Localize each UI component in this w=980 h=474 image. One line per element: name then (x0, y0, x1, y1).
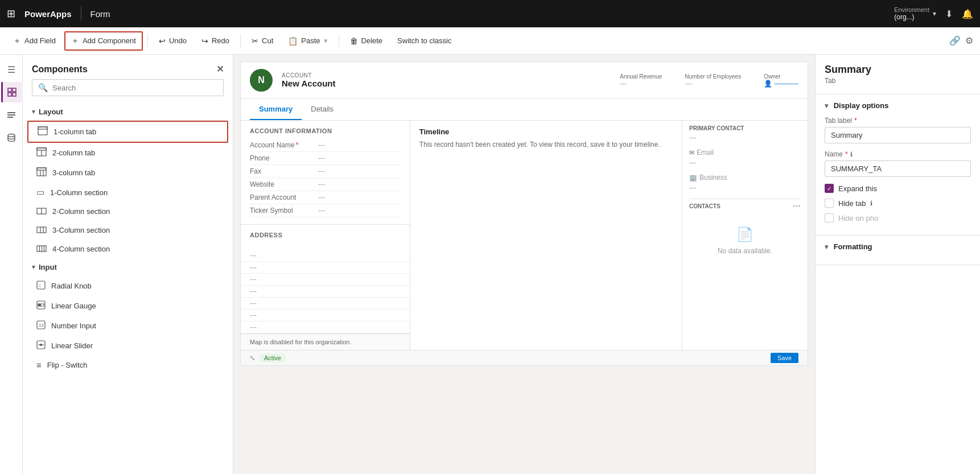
input-chevron-icon: ▾ (32, 263, 35, 271)
linear-gauge-item[interactable]: Linear Gauge (27, 296, 228, 316)
parent-account-field-row: Parent Account --- (250, 191, 401, 204)
ticker-value: --- (318, 207, 401, 215)
two-col-section-icon (36, 207, 47, 216)
delete-button[interactable]: 🗑 Delete (344, 32, 389, 50)
two-column-tab-item[interactable]: 2-column tab (27, 143, 228, 163)
linear-slider-icon (36, 340, 46, 351)
expand-checkbox-row: ✓ Expand this (825, 184, 971, 193)
account-name-field-row: Account Name* --- (250, 139, 401, 152)
display-options-header[interactable]: ▾ Display options (825, 101, 971, 110)
radial-knob-item[interactable]: ⎍ Radial Knob (27, 276, 228, 296)
three-col-section-icon (36, 225, 47, 235)
tab-summary[interactable]: Summary (250, 99, 302, 120)
redo-button[interactable]: ↪ Redo (195, 32, 236, 50)
account-info-section: ACCOUNT INFORMATION Account Name* --- Ph… (241, 121, 410, 224)
name-input[interactable] (825, 160, 971, 177)
timeline-section: Timeline This record hasn't been created… (410, 121, 682, 350)
business-value-text: --- (689, 184, 696, 192)
one-column-section-item[interactable]: ▭ 1-Column section (27, 183, 228, 202)
cut-button[interactable]: ✂ Cut (245, 32, 279, 50)
menu-icon-btn[interactable]: ☰ (1, 59, 22, 80)
one-col-section-icon: ▭ (36, 187, 44, 197)
three-column-section-item[interactable]: 3-Column section (27, 221, 228, 240)
svg-rect-19 (37, 227, 46, 233)
component-icon-btn[interactable] (1, 82, 22, 102)
hide-phone-checkbox[interactable] (825, 213, 834, 222)
one-col-tab-icon (38, 126, 48, 137)
svg-rect-14 (37, 168, 46, 170)
search-input[interactable] (52, 84, 217, 92)
search-icon: 🔍 (38, 83, 48, 92)
save-button[interactable]: Save (771, 353, 798, 363)
fax-label: Fax (250, 167, 318, 175)
info-icon[interactable]: ℹ (850, 151, 853, 158)
tab-details[interactable]: Details (302, 99, 343, 120)
waffle-icon[interactable]: ⊞ (7, 7, 15, 20)
data-icon-btn[interactable] (1, 127, 22, 148)
ticker-label: Ticker Symbol (250, 207, 318, 215)
add-field-button[interactable]: ＋ Add Field (7, 32, 62, 50)
tab-label-input[interactable] (825, 127, 971, 143)
paste-button[interactable]: 📋 Paste ▾ (282, 32, 333, 50)
four-column-section-item[interactable]: 4-Column section (27, 240, 228, 258)
left-icon-bar: ☰ (0, 55, 23, 474)
formatting-section: ▾ Formatting (816, 236, 980, 265)
hide-phone-label: Hide on pho (838, 214, 878, 222)
cut-icon: ✂ (252, 36, 258, 46)
fields-icon-btn[interactable] (1, 105, 22, 125)
four-column-section-label: 4-Column section (52, 245, 110, 253)
svg-rect-3 (13, 93, 16, 96)
paste-dropdown-icon[interactable]: ▾ (324, 36, 328, 45)
share-icon[interactable]: 🔗 (949, 35, 961, 46)
form-header: N ACCOUNT New Account Annual Revenue ---… (241, 62, 808, 99)
account-name-field-value: --- (318, 141, 401, 149)
contacts-title: CONTACTS (689, 203, 720, 209)
layout-section-header[interactable]: ▾ Layout (27, 103, 228, 121)
no-data-area: 📄 No data available. (689, 213, 801, 269)
hide-tab-info-icon[interactable]: ℹ (870, 200, 872, 207)
address-row-3: --- (241, 274, 410, 286)
layout-section-label: Layout (39, 108, 63, 116)
phone-label: Phone (250, 154, 318, 162)
radial-knob-label: Radial Knob (51, 282, 92, 290)
close-icon[interactable]: ✕ (216, 64, 224, 75)
notification-icon[interactable]: 🔔 (962, 9, 973, 19)
undo-label: Undo (169, 36, 187, 45)
four-col-section-icon (36, 244, 47, 254)
main-layout: ☰ Components (0, 55, 980, 474)
paste-icon: 📋 (288, 36, 298, 46)
ticker-field-row: Ticker Symbol --- (250, 204, 401, 217)
two-column-section-item[interactable]: 2-Column section (27, 202, 228, 221)
one-column-tab-item[interactable]: 1-column tab (27, 121, 228, 143)
hide-tab-checkbox[interactable] (825, 199, 834, 208)
primary-contact-value: --- (689, 134, 801, 142)
toolbar-separator-3 (339, 34, 339, 48)
top-bar: ⊞ PowerApps Form Environment (org...) ▾ … (0, 0, 980, 27)
three-column-tab-item[interactable]: 3-column tab (27, 163, 228, 183)
address-title: ADDRESS (250, 232, 401, 238)
timeline-title: Timeline (419, 127, 673, 136)
undo-button[interactable]: ↩ Undo (153, 32, 193, 50)
switch-classic-button[interactable]: Switch to classic (391, 32, 458, 49)
expand-checkbox[interactable]: ✓ (825, 184, 834, 193)
svg-text:⎍: ⎍ (38, 283, 41, 288)
address-row-5: --- (241, 298, 410, 310)
components-title: Components (32, 64, 88, 75)
formatting-header[interactable]: ▾ Formatting (825, 242, 971, 251)
form-right-column: Primary Contact --- ✉ Email --- (682, 121, 808, 350)
website-label: Website (250, 180, 318, 188)
add-component-button[interactable]: ＋ Add Component (64, 31, 143, 51)
contacts-more-icon[interactable]: ⋯ (793, 201, 801, 211)
environment-selector[interactable]: Environment (org...) ▾ (894, 6, 936, 21)
settings-icon[interactable]: ⚙ (965, 35, 973, 46)
number-input-item[interactable]: 12 Number Input (27, 316, 228, 336)
hide-tab-label: Hide tab (838, 199, 866, 208)
owner-value: 👤 ───── (764, 80, 798, 88)
linear-slider-item[interactable]: Linear Slider (27, 336, 228, 356)
download-icon[interactable]: ⬇ (945, 9, 953, 19)
input-section-header[interactable]: ▾ Input (27, 258, 228, 276)
form-footer: ⤡ Active Save (241, 350, 808, 365)
flip-switch-item[interactable]: ≡ Flip - Switch (27, 356, 228, 374)
svg-rect-5 (7, 114, 15, 116)
name-title: Name * ℹ (825, 150, 971, 158)
